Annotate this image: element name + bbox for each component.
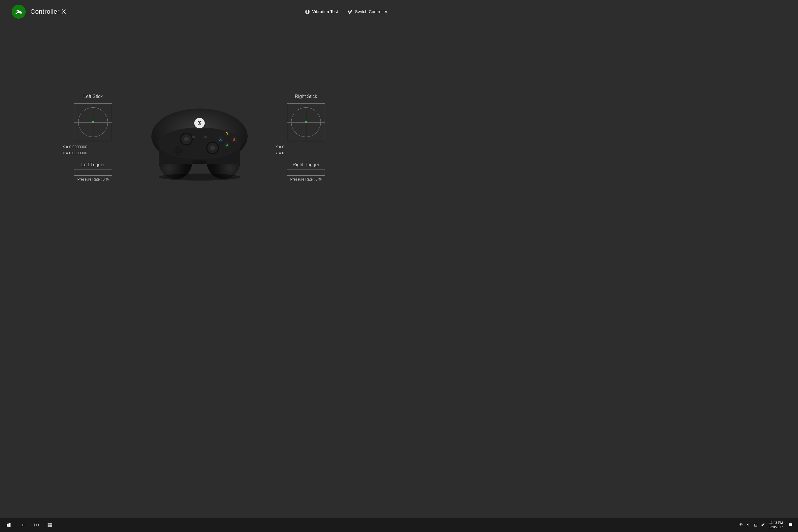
right-stick-y: Y = 0 (276, 150, 284, 156)
svg-text:B: B (232, 137, 235, 141)
left-stick-crosshair-h (74, 122, 112, 122)
vibration-test-label: Vibration Test (312, 10, 338, 14)
right-trigger-bar (287, 169, 325, 176)
right-trigger-label: Right Trigger (292, 162, 319, 167)
svg-rect-25 (192, 136, 195, 138)
header-right: Vibration Test Switch Controller (305, 9, 387, 14)
main-content: Left Stick X = 0.0000000 Y = 0.0000000 L… (0, 23, 399, 252)
right-trigger-pressure: Pressure Rate : 0 % (290, 177, 321, 182)
svg-point-14 (210, 146, 215, 150)
header-left: Controller X (12, 5, 66, 19)
left-stick-label: Left Stick (83, 94, 103, 99)
controller-area: 𝐗 Y B A X (127, 94, 272, 182)
svg-point-27 (159, 173, 240, 180)
right-stick-x: X = 0 (276, 144, 284, 150)
gamepad-icon (15, 7, 23, 16)
left-trigger-bar (74, 169, 112, 176)
right-stick-display (287, 103, 325, 141)
left-trigger-pressure: Pressure Rate : 0 % (77, 177, 109, 182)
left-stick-x: X = 0.0000000 (62, 144, 87, 150)
svg-point-11 (184, 137, 189, 141)
controller-image: 𝐗 Y B A X (141, 94, 258, 182)
switch-controller-button[interactable]: Switch Controller (347, 9, 387, 14)
switch-icon (347, 9, 353, 14)
svg-text:A: A (226, 143, 229, 147)
svg-text:𝐗: 𝐗 (198, 120, 201, 126)
left-trigger-section: Left Trigger Pressure Rate : 0 % (74, 162, 112, 182)
left-stick-y: Y = 0.0000000 (62, 150, 87, 156)
left-stick-display (74, 103, 112, 141)
vibration-test-button[interactable]: Vibration Test (305, 9, 338, 14)
left-stick-dot (92, 121, 94, 124)
left-trigger-label: Left Trigger (81, 162, 105, 167)
right-panel: Right Stick X = 0 Y = 0 Right Trigger Pr… (272, 94, 340, 182)
right-stick-crosshair-h (287, 122, 325, 122)
svg-rect-16 (173, 149, 183, 153)
app-header: Controller X Vibration Test Switch Contr… (0, 0, 399, 23)
svg-rect-26 (204, 136, 207, 138)
svg-text:Y: Y (226, 131, 229, 136)
right-stick-dot (305, 121, 307, 124)
left-panel: Left Stick X = 0.0000000 Y = 0.0000000 L… (59, 94, 127, 182)
right-stick-label: Right Stick (295, 94, 317, 99)
left-stick-coords: X = 0.0000000 Y = 0.0000000 (62, 144, 87, 156)
svg-text:X: X (219, 137, 222, 141)
right-trigger-section: Right Trigger Pressure Rate : 0 % (287, 162, 325, 182)
switch-controller-label: Switch Controller (355, 10, 387, 14)
app-title: Controller X (30, 8, 66, 16)
right-stick-coords: X = 0 Y = 0 (276, 144, 284, 156)
app-icon (12, 5, 26, 19)
vibration-icon (305, 9, 310, 14)
